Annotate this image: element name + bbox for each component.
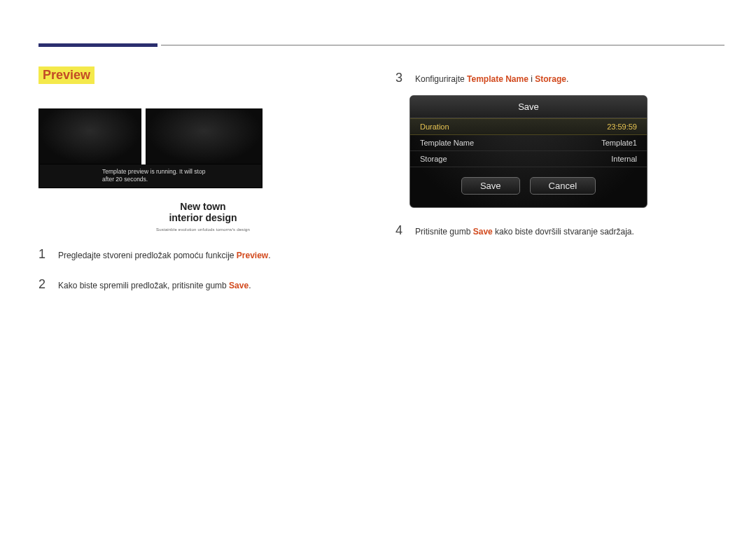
dialog-row-template-name[interactable]: Template Name Template1 — [410, 135, 647, 151]
dialog-cancel-button[interactable]: Cancel — [530, 177, 596, 195]
step-4: 4 Pritisnite gumb Save kako biste dovrši… — [396, 223, 724, 238]
section-title: Preview — [38, 66, 94, 84]
dialog-row-value: 23:59:59 — [607, 122, 637, 131]
hl-save: Save — [473, 227, 493, 237]
step-number: 3 — [396, 71, 405, 85]
dialog-row-duration[interactable]: Duration 23:59:59 — [410, 118, 647, 135]
dialog-row-label: Template Name — [420, 139, 474, 147]
dialog-save-button[interactable]: Save — [461, 177, 520, 195]
header-accent-bar — [38, 43, 158, 47]
step-text: Konfigurirajte Template Name i Storage. — [415, 74, 568, 84]
preview-overlay-line1: Template preview is running. It will sto… — [102, 168, 262, 176]
left-column: Preview Template preview is running. It … — [38, 66, 368, 292]
right-column: 3 Konfigurirajte Template Name i Storage… — [396, 66, 724, 292]
template-preview-thumbnail: Template preview is running. It will sto… — [38, 108, 262, 188]
save-dialog: Save Duration 23:59:59 Template Name Tem… — [410, 95, 648, 208]
caption-line1: New town — [180, 201, 225, 212]
dialog-row-storage[interactable]: Storage Internal — [410, 151, 647, 167]
preview-caption: New town interior design — [38, 201, 368, 223]
step-text: Kako biste spremili predložak, pritisnit… — [58, 281, 251, 290]
dialog-row-value: Template1 — [601, 139, 637, 147]
preview-pane-right — [146, 108, 262, 164]
preview-overlay-line2: after 20 seconds. — [102, 176, 262, 183]
hl-save: Save — [229, 281, 248, 290]
preview-subcaption: Sustainble evolution unfolods tomorrw's … — [38, 227, 368, 232]
dialog-row-value: Internal — [611, 155, 637, 163]
hl-preview: Preview — [237, 251, 268, 260]
step-2: 2 Kako biste spremili predložak, pritisn… — [38, 277, 368, 292]
header-divider — [161, 45, 724, 45]
dialog-title: Save — [410, 96, 647, 118]
step-3: 3 Konfigurirajte Template Name i Storage… — [396, 71, 724, 85]
step-text: Pregledajte stvoreni predložak pomoću fu… — [58, 251, 271, 260]
preview-pane-left — [38, 108, 141, 164]
dialog-row-label: Duration — [420, 122, 449, 131]
preview-overlay-message: Template preview is running. It will sto… — [38, 164, 262, 188]
dialog-row-label: Storage — [420, 155, 447, 163]
hl-template-name: Template Name — [467, 74, 528, 84]
step-number: 1 — [38, 247, 48, 262]
hl-storage: Storage — [535, 74, 566, 84]
step-number: 2 — [38, 277, 48, 292]
caption-line2: interior design — [38, 212, 368, 223]
step-text: Pritisnite gumb Save kako biste dovršili… — [415, 227, 634, 237]
step-number: 4 — [396, 223, 405, 238]
step-1: 1 Pregledajte stvoreni predložak pomoću … — [38, 247, 368, 262]
